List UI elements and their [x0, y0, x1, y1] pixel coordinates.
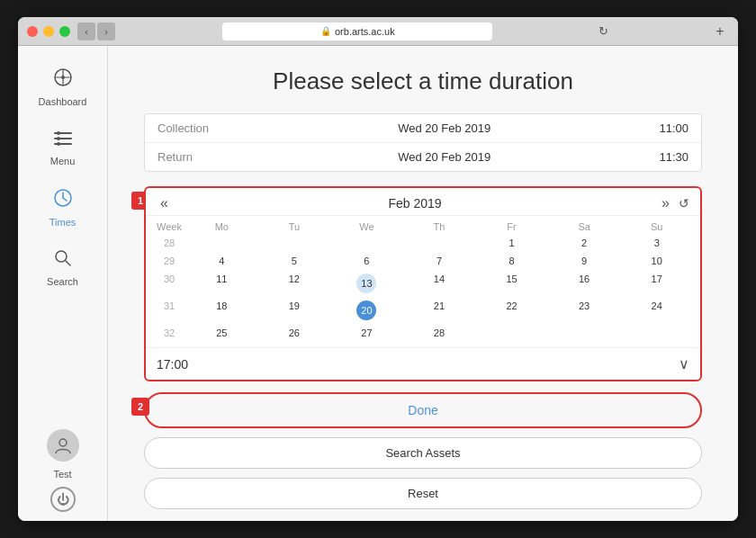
sidebar-item-times[interactable]: Times — [27, 181, 99, 235]
day-14[interactable]: 14 — [403, 270, 476, 297]
day-9[interactable]: 9 — [548, 252, 621, 270]
week-num-31: 31 — [153, 297, 185, 324]
traffic-lights — [27, 26, 70, 37]
day-16[interactable]: 16 — [548, 270, 621, 297]
cal-week-31: 31 18 19 20 21 22 23 24 — [153, 297, 693, 324]
day-23[interactable]: 23 — [548, 297, 621, 324]
return-time: 11:30 — [659, 150, 688, 164]
search-assets-button[interactable]: Search Assets — [144, 437, 702, 469]
return-date: Wed 20 Feb 2019 — [230, 150, 659, 164]
svg-point-15 — [59, 439, 67, 446]
day-26[interactable]: 26 — [258, 324, 331, 342]
week-num-29: 29 — [153, 252, 185, 270]
day-15[interactable]: 15 — [475, 270, 548, 297]
day-1[interactable]: 1 — [475, 234, 548, 252]
refresh-icon[interactable]: ↺ — [679, 196, 689, 211]
cal-week-28: 28 1 2 3 — [153, 234, 693, 252]
sidebar-item-menu[interactable]: Menu — [27, 121, 99, 174]
day-7[interactable]: 7 — [403, 252, 476, 270]
close-button[interactable] — [27, 26, 38, 37]
collection-time: 11:00 — [659, 121, 688, 135]
day-17[interactable]: 17 — [620, 270, 693, 297]
day-11[interactable]: 11 — [185, 270, 258, 297]
reload-button[interactable]: ↻ — [595, 22, 613, 40]
day-25[interactable]: 25 — [185, 324, 258, 342]
day-21[interactable]: 21 — [403, 297, 476, 324]
info-rows: Collection Wed 20 Feb 2019 11:00 Return … — [144, 113, 702, 172]
svg-point-13 — [56, 251, 67, 262]
day-18[interactable]: 18 — [185, 297, 258, 324]
day-6[interactable]: 6 — [330, 252, 403, 270]
svg-point-7 — [57, 137, 60, 140]
day-5[interactable]: 5 — [258, 252, 331, 270]
time-dropdown-icon[interactable]: ∨ — [679, 355, 689, 372]
day-2[interactable]: 2 — [548, 234, 621, 252]
return-row: Return Wed 20 Feb 2019 11:30 — [145, 142, 701, 171]
day-28[interactable]: 28 — [403, 324, 476, 342]
svg-line-12 — [63, 198, 67, 201]
sidebar-bottom: Test ⏻ — [47, 429, 79, 512]
svg-line-14 — [66, 261, 70, 265]
day-4[interactable]: 4 — [185, 252, 258, 270]
done-button[interactable]: Done — [146, 394, 700, 426]
day-19[interactable]: 19 — [258, 297, 331, 324]
collection-row: Collection Wed 20 Feb 2019 11:00 — [145, 114, 701, 142]
lock-icon: 🔒 — [320, 26, 331, 36]
day-3[interactable]: 3 — [620, 234, 693, 252]
sidebar-item-menu-label: Menu — [50, 156, 76, 166]
th-header: Th — [403, 220, 476, 234]
sidebar-item-search[interactable]: Search — [27, 242, 99, 294]
tu-header: Tu — [258, 220, 331, 234]
done-section: Done — [144, 392, 702, 428]
main-content: Please select a time duration Collection… — [108, 46, 738, 521]
svg-point-9 — [57, 142, 60, 146]
cal-header-row: Week Mo Tu We Th Fr Sa Su — [153, 220, 693, 234]
next-month-button[interactable]: » — [658, 195, 673, 211]
collection-date: Wed 20 Feb 2019 — [230, 121, 659, 135]
svg-point-5 — [57, 131, 60, 135]
power-button[interactable]: ⏻ — [50, 487, 76, 512]
week-num-28: 28 — [153, 234, 185, 252]
url-text: orb.arts.ac.uk — [335, 26, 395, 37]
week-num-30: 30 — [153, 270, 185, 297]
sidebar-item-search-label: Search — [47, 276, 78, 287]
day-22[interactable]: 22 — [475, 297, 548, 324]
highlighted-day-13: 13 — [356, 273, 376, 293]
day-20[interactable]: 20 — [330, 297, 403, 324]
we-header: We — [330, 220, 403, 234]
new-tab-button[interactable]: + — [711, 22, 729, 40]
cal-week-32: 32 25 26 27 28 — [153, 324, 693, 342]
address-bar[interactable]: 🔒 orb.arts.ac.uk — [222, 22, 492, 40]
day-8[interactable]: 8 — [475, 252, 548, 270]
mo-header: Mo — [185, 220, 258, 234]
sidebar-item-dashboard[interactable]: Dashboard — [27, 60, 99, 114]
minimize-button[interactable] — [43, 26, 54, 37]
month-year-label: Feb 2019 — [388, 196, 441, 211]
avatar[interactable] — [47, 429, 79, 462]
day-10[interactable]: 10 — [620, 252, 693, 270]
maximize-button[interactable] — [59, 26, 70, 37]
day-13[interactable]: 13 — [330, 270, 403, 297]
cal-week-29: 29 4 5 6 7 8 9 10 — [153, 252, 693, 270]
sidebar: Dashboard Menu — [18, 46, 108, 521]
day-24[interactable]: 24 — [620, 297, 693, 324]
sa-header: Sa — [548, 220, 621, 234]
app-body: Dashboard Menu — [18, 46, 738, 521]
prev-month-button[interactable]: « — [157, 195, 172, 211]
page-title: Please select a time duration — [144, 67, 702, 95]
svg-point-3 — [61, 76, 65, 79]
time-row: 17:00 ∨ — [146, 347, 700, 380]
reset-button[interactable]: Reset — [144, 478, 702, 509]
week-num-32: 32 — [153, 324, 185, 342]
forward-button[interactable]: › — [97, 22, 115, 40]
day-12[interactable]: 12 — [258, 270, 331, 297]
week-header: Week — [153, 220, 185, 234]
time-value: 17:00 — [157, 357, 188, 372]
day-27[interactable]: 27 — [330, 324, 403, 342]
user-name-label: Test — [53, 469, 71, 480]
dashboard-icon — [53, 67, 73, 93]
calendar-header: « Feb 2019 » ↺ — [146, 188, 700, 216]
calendar-section: « Feb 2019 » ↺ Week Mo Tu — [144, 186, 702, 381]
back-button[interactable]: ‹ — [77, 22, 95, 40]
title-bar: ‹ › 🔒 orb.arts.ac.uk ↻ + — [18, 17, 738, 46]
